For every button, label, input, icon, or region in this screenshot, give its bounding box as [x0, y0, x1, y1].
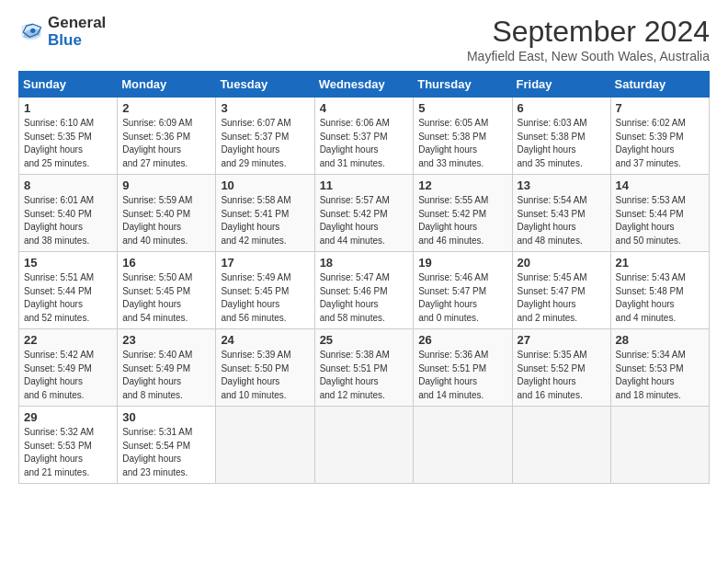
day-number: 13 [518, 178, 606, 192]
day-info: Sunrise: 6:05 AMSunset: 5:38 PMDaylight … [418, 117, 506, 170]
day-number: 9 [122, 178, 210, 192]
month-title: September 2024 [467, 15, 710, 49]
day-info: Sunrise: 5:32 AMSunset: 5:53 PMDaylight … [24, 426, 112, 479]
day-number: 19 [418, 256, 506, 270]
sunset-text: Sunset: 5:51 PM [418, 363, 486, 373]
calendar-cell: 9Sunrise: 5:59 AMSunset: 5:40 PMDaylight… [118, 175, 216, 252]
calendar-cell [610, 407, 709, 484]
logo-general: General [48, 15, 106, 32]
sunset-text: Sunset: 5:38 PM [518, 132, 586, 142]
sunset-text: Sunset: 5:45 PM [122, 286, 190, 296]
day-number: 7 [616, 101, 704, 115]
daylight-value: and 0 minutes. [418, 313, 479, 323]
day-info: Sunrise: 5:49 AMSunset: 5:45 PMDaylight … [221, 271, 309, 325]
sunrise-text: Sunrise: 5:46 AM [418, 272, 488, 282]
day-number: 22 [24, 333, 112, 347]
daylight-label: Daylight hours [320, 222, 379, 232]
daylight-value: and 4 minutes. [616, 313, 677, 323]
daylight-value: and 29 minutes. [221, 158, 286, 168]
daylight-value: and 6 minutes. [24, 390, 85, 400]
calendar-week-row: 8Sunrise: 6:01 AMSunset: 5:40 PMDaylight… [19, 175, 710, 252]
calendar-cell: 4Sunrise: 6:06 AMSunset: 5:37 PMDaylight… [314, 98, 414, 175]
day-number: 25 [320, 333, 409, 347]
sunrise-text: Sunrise: 5:59 AM [122, 195, 192, 205]
day-number: 3 [221, 101, 309, 115]
calendar-cell: 25Sunrise: 5:38 AMSunset: 5:51 PMDayligh… [314, 329, 414, 407]
day-info: Sunrise: 6:10 AMSunset: 5:35 PMDaylight … [24, 117, 112, 170]
calendar-cell: 5Sunrise: 6:05 AMSunset: 5:38 PMDaylight… [414, 98, 512, 175]
calendar-cell: 21Sunrise: 5:43 AMSunset: 5:48 PMDayligh… [610, 252, 709, 329]
day-number: 20 [518, 256, 606, 270]
calendar-cell [512, 407, 610, 484]
calendar-cell: 20Sunrise: 5:45 AMSunset: 5:47 PMDayligh… [512, 252, 610, 329]
day-number: 1 [24, 101, 112, 115]
sunset-text: Sunset: 5:53 PM [616, 363, 684, 373]
sunset-text: Sunset: 5:47 PM [418, 286, 486, 296]
sunrise-text: Sunrise: 5:34 AM [616, 350, 686, 360]
day-info: Sunrise: 5:34 AMSunset: 5:53 PMDaylight … [616, 349, 704, 402]
location-title: Mayfield East, New South Wales, Australi… [467, 49, 710, 63]
daylight-value: and 23 minutes. [122, 467, 188, 477]
sunrise-text: Sunrise: 5:45 AM [518, 272, 587, 282]
calendar-cell [314, 407, 414, 484]
sunrise-text: Sunrise: 6:06 AM [320, 118, 390, 128]
daylight-value: and 48 minutes. [518, 236, 583, 246]
sunset-text: Sunset: 5:45 PM [221, 286, 289, 296]
daylight-label: Daylight hours [418, 144, 477, 155]
sunset-text: Sunset: 5:48 PM [616, 286, 684, 296]
sunset-text: Sunset: 5:41 PM [221, 209, 289, 219]
day-info: Sunrise: 5:55 AMSunset: 5:42 PMDaylight … [418, 194, 506, 247]
day-number: 8 [24, 178, 112, 192]
weekday-header: Friday [512, 72, 610, 98]
daylight-label: Daylight hours [320, 299, 379, 309]
daylight-value: and 46 minutes. [418, 236, 483, 246]
daylight-label: Daylight hours [320, 376, 379, 386]
calendar-week-row: 1Sunrise: 6:10 AMSunset: 5:35 PMDaylight… [19, 98, 710, 175]
weekday-header: Sunday [19, 72, 118, 98]
daylight-label: Daylight hours [122, 144, 181, 155]
day-number: 24 [221, 333, 309, 347]
sunrise-text: Sunrise: 5:54 AM [518, 195, 587, 205]
sunset-text: Sunset: 5:35 PM [24, 132, 92, 142]
daylight-label: Daylight hours [221, 299, 279, 309]
daylight-label: Daylight hours [24, 144, 83, 155]
day-info: Sunrise: 5:58 AMSunset: 5:41 PMDaylight … [221, 194, 309, 247]
sunrise-text: Sunrise: 5:38 AM [320, 350, 390, 360]
sunrise-text: Sunrise: 5:42 AM [24, 350, 94, 360]
weekday-header: Wednesday [314, 72, 414, 98]
daylight-label: Daylight hours [418, 376, 477, 386]
calendar-cell: 1Sunrise: 6:10 AMSunset: 5:35 PMDaylight… [19, 98, 118, 175]
sunset-text: Sunset: 5:44 PM [24, 286, 92, 296]
day-info: Sunrise: 5:45 AMSunset: 5:47 PMDaylight … [518, 271, 606, 325]
daylight-value: and 8 minutes. [122, 390, 183, 400]
sunset-text: Sunset: 5:49 PM [122, 363, 190, 373]
sunset-text: Sunset: 5:40 PM [24, 209, 92, 219]
daylight-value: and 14 minutes. [418, 390, 483, 400]
daylight-value: and 27 minutes. [122, 158, 188, 168]
calendar-cell: 23Sunrise: 5:40 AMSunset: 5:49 PMDayligh… [118, 329, 216, 407]
day-info: Sunrise: 5:46 AMSunset: 5:47 PMDaylight … [418, 271, 506, 325]
sunset-text: Sunset: 5:51 PM [320, 363, 388, 373]
daylight-label: Daylight hours [616, 376, 675, 386]
day-info: Sunrise: 6:02 AMSunset: 5:39 PMDaylight … [616, 117, 704, 170]
calendar-week-row: 29Sunrise: 5:32 AMSunset: 5:53 PMDayligh… [19, 407, 710, 484]
sunset-text: Sunset: 5:50 PM [221, 363, 289, 373]
calendar-cell: 12Sunrise: 5:55 AMSunset: 5:42 PMDayligh… [414, 175, 512, 252]
sunset-text: Sunset: 5:47 PM [518, 286, 586, 296]
day-info: Sunrise: 6:07 AMSunset: 5:37 PMDaylight … [221, 117, 309, 170]
calendar-cell: 11Sunrise: 5:57 AMSunset: 5:42 PMDayligh… [314, 175, 414, 252]
daylight-label: Daylight hours [418, 299, 477, 309]
calendar-cell [216, 407, 314, 484]
calendar: SundayMondayTuesdayWednesdayThursdayFrid… [18, 71, 710, 484]
day-info: Sunrise: 5:53 AMSunset: 5:44 PMDaylight … [616, 194, 704, 247]
day-info: Sunrise: 5:31 AMSunset: 5:54 PMDaylight … [122, 426, 210, 479]
calendar-cell: 3Sunrise: 6:07 AMSunset: 5:37 PMDaylight… [216, 98, 314, 175]
calendar-cell: 18Sunrise: 5:47 AMSunset: 5:46 PMDayligh… [314, 252, 414, 329]
sunset-text: Sunset: 5:36 PM [122, 132, 190, 142]
day-number: 23 [122, 333, 210, 347]
day-number: 14 [616, 178, 704, 192]
daylight-value: and 18 minutes. [616, 390, 681, 400]
calendar-cell: 8Sunrise: 6:01 AMSunset: 5:40 PMDaylight… [19, 175, 118, 252]
sunrise-text: Sunrise: 6:09 AM [122, 118, 192, 128]
calendar-cell: 26Sunrise: 5:36 AMSunset: 5:51 PMDayligh… [414, 329, 512, 407]
